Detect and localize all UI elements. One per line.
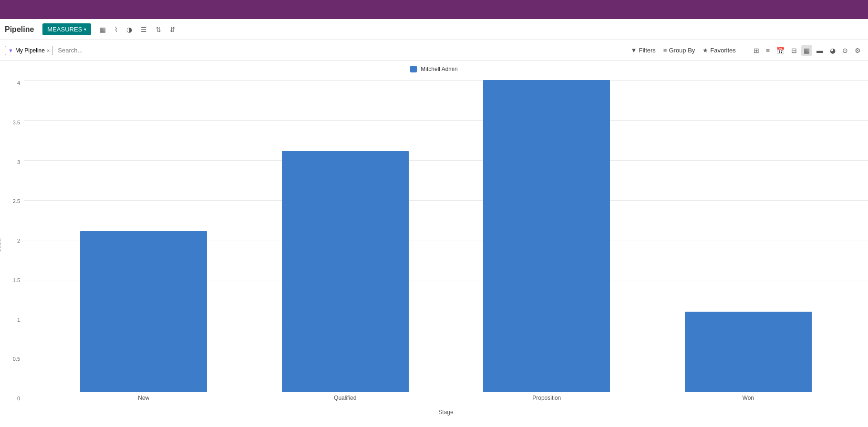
bar-label-qualified: Qualified bbox=[334, 395, 356, 401]
bar-won bbox=[685, 312, 812, 392]
favorites-action[interactable]: ★ Favorites bbox=[703, 47, 735, 54]
y-tick-1-5: 1.5 bbox=[13, 277, 20, 283]
bar-label-new: New bbox=[138, 395, 149, 401]
group-by-icon: ≡ bbox=[663, 47, 667, 54]
search-left: ▼ My Pipeline × bbox=[5, 45, 631, 56]
line-chart-icon[interactable]: ⌇ bbox=[112, 24, 121, 35]
filter-tag-close[interactable]: × bbox=[47, 48, 50, 53]
measures-button[interactable]: MEASURES ▾ bbox=[42, 23, 91, 35]
filters-icon: ▼ bbox=[631, 47, 637, 54]
x-axis-title: Stage bbox=[24, 409, 868, 416]
filters-action[interactable]: ▼ Filters bbox=[631, 47, 656, 54]
favorites-label: Favorites bbox=[710, 47, 735, 54]
favorites-icon: ★ bbox=[703, 47, 708, 54]
top-bar bbox=[0, 0, 868, 19]
bar-new bbox=[80, 231, 207, 392]
page-title: Pipeline bbox=[5, 25, 34, 34]
sort-asc-icon[interactable]: ⇅ bbox=[153, 24, 164, 35]
y-tick-2-5: 2.5 bbox=[13, 198, 20, 204]
pie-graph-view-icon[interactable]: ◕ bbox=[827, 45, 838, 56]
group-by-label: Group By bbox=[669, 47, 695, 54]
filters-label: Filters bbox=[639, 47, 655, 54]
y-tick-0-5: 0.5 bbox=[13, 356, 20, 362]
y-tick-3: 3 bbox=[17, 159, 20, 165]
sort-desc-icon[interactable]: ⇵ bbox=[167, 24, 178, 35]
legend-color-swatch bbox=[410, 66, 417, 72]
y-tick-0: 0 bbox=[17, 396, 20, 401]
legend-label: Mitchell Admin bbox=[421, 66, 457, 72]
chart-container: Count 0 0.5 1 1.5 2 2.5 3 3.5 4 bbox=[0, 75, 868, 416]
y-axis: Count 0 0.5 1 1.5 2 2.5 3 3.5 4 bbox=[0, 75, 24, 416]
view-icons: ⊞ ≡ 📅 ⊟ ▦ ▬ ◕ ⊙ ⚙ bbox=[751, 45, 863, 56]
toolbar-icons: ▦ ⌇ ◑ ☰ ⇅ ⇵ bbox=[97, 24, 178, 35]
y-tick-1: 1 bbox=[17, 317, 20, 323]
group-by-action[interactable]: ≡ Group By bbox=[663, 47, 695, 54]
search-input[interactable] bbox=[56, 45, 630, 56]
y-tick-2: 2 bbox=[17, 238, 20, 244]
search-bar: ▼ My Pipeline × ▼ Filters ≡ Group By ★ F… bbox=[0, 40, 868, 61]
pie-chart-icon[interactable]: ◑ bbox=[124, 24, 135, 35]
bar-group-qualified[interactable]: Qualified bbox=[255, 80, 436, 401]
pivot-view-icon[interactable]: ⊟ bbox=[789, 45, 799, 56]
filter-tag-label: My Pipeline bbox=[15, 47, 45, 54]
kanban-view-icon[interactable]: ⊞ bbox=[751, 45, 762, 56]
map-view-icon[interactable]: ⊙ bbox=[840, 45, 850, 56]
calendar-view-icon[interactable]: 📅 bbox=[774, 45, 787, 56]
bars-container: NewQualifiedPropositionWon bbox=[24, 80, 868, 401]
y-ticks: 0 0.5 1 1.5 2 2.5 3 3.5 4 bbox=[13, 80, 20, 401]
list-view-icon[interactable]: ≡ bbox=[764, 45, 772, 56]
filter-funnel-icon: ▼ bbox=[8, 48, 13, 53]
bar-qualified bbox=[282, 151, 409, 392]
y-tick-4: 4 bbox=[17, 80, 20, 86]
bar-group-proposition[interactable]: Proposition bbox=[456, 80, 637, 401]
y-tick-3-5: 3.5 bbox=[13, 120, 20, 125]
y-axis-label: Count bbox=[0, 238, 1, 252]
measures-label: MEASURES bbox=[47, 26, 82, 33]
search-right: ▼ Filters ≡ Group By ★ Favorites ⊞ ≡ 📅 ⊟… bbox=[631, 45, 863, 56]
chart-area: Mitchell Admin Count 0 0.5 1 1.5 2 2.5 3… bbox=[0, 61, 868, 425]
settings-icon[interactable]: ⚙ bbox=[852, 45, 863, 56]
list-icon[interactable]: ☰ bbox=[138, 24, 150, 35]
bar-group-new[interactable]: New bbox=[53, 80, 234, 401]
bar-proposition bbox=[483, 80, 610, 392]
bar-label-won: Won bbox=[743, 395, 754, 401]
filter-tag: ▼ My Pipeline × bbox=[5, 46, 53, 55]
measures-arrow-icon: ▾ bbox=[84, 27, 86, 32]
bar-label-proposition: Proposition bbox=[532, 395, 561, 401]
header: Pipeline MEASURES ▾ ▦ ⌇ ◑ ☰ ⇅ ⇵ bbox=[0, 19, 868, 40]
chart-plot: NewQualifiedPropositionWon Stage bbox=[24, 75, 868, 416]
line-graph-view-icon[interactable]: ▬ bbox=[814, 45, 826, 56]
chart-legend: Mitchell Admin bbox=[0, 66, 868, 72]
bar-chart-icon[interactable]: ▦ bbox=[97, 24, 109, 35]
bar-group-won[interactable]: Won bbox=[658, 80, 839, 401]
bar-graph-view-icon[interactable]: ▦ bbox=[801, 45, 812, 56]
